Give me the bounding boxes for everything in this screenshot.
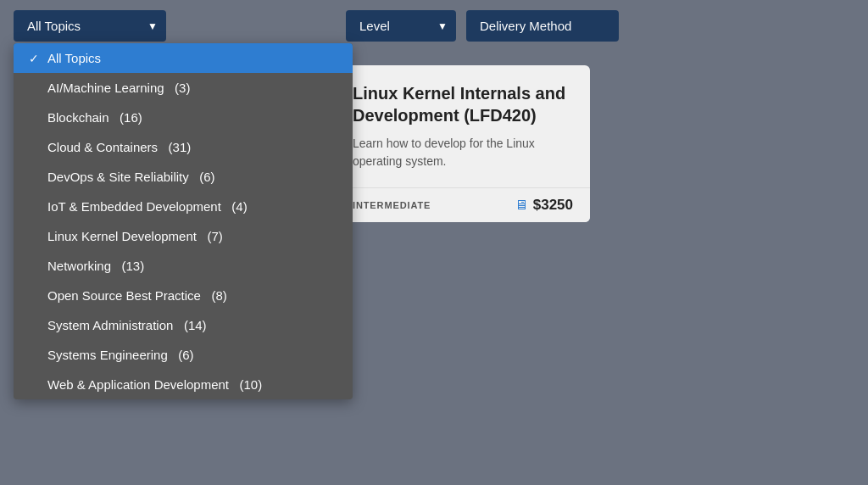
delivery-icon: 🖥 <box>515 198 528 213</box>
dropdown-item-systems-eng[interactable]: Systems Engineering (6) <box>14 340 353 370</box>
level-label: Level <box>359 19 390 33</box>
dropdown-item-all-topics[interactable]: ✓ All Topics <box>14 43 353 73</box>
dropdown-item-open-source[interactable]: Open Source Best Practice (8) <box>14 281 353 310</box>
dropdown-item-label: System Administration (14) <box>47 318 337 332</box>
card-title: Linux Kernel Internals and Development (… <box>353 82 573 126</box>
card-level-badge: INTERMEDIATE <box>353 200 431 210</box>
topics-select-button[interactable]: All Topics ▼ <box>14 10 166 42</box>
delivery-method-button[interactable]: Delivery Method <box>466 10 619 42</box>
dropdown-item-label: Linux Kernel Development (7) <box>47 229 337 243</box>
dropdown-item-label: Web & Application Development (10) <box>47 377 337 392</box>
card-price: $3250 <box>533 197 573 214</box>
dropdown-item-cloud[interactable]: Cloud & Containers (31) <box>14 132 353 162</box>
topics-dropdown-wrapper: All Topics ▼ ✓ All Topics AI/Machine Lea… <box>14 10 166 42</box>
topics-dropdown-menu: ✓ All Topics AI/Machine Learning (3) Blo… <box>14 43 353 399</box>
dropdown-item-networking[interactable]: Networking (13) <box>14 251 353 281</box>
topics-chevron-icon: ▼ <box>147 20 158 32</box>
delivery-method-wrapper: Delivery Method <box>466 10 619 42</box>
dropdown-item-label: AI/Machine Learning (3) <box>47 81 337 95</box>
card-price-area: 🖥 $3250 <box>515 197 573 214</box>
dropdown-item-web-app[interactable]: Web & Application Development (10) <box>14 370 353 399</box>
filter-bar: All Topics ▼ ✓ All Topics AI/Machine Lea… <box>0 0 868 52</box>
dropdown-item-label: Cloud & Containers (31) <box>47 140 337 154</box>
level-select-wrapper: Level ▼ <box>346 10 456 42</box>
card-body: Linux Kernel Internals and Development (… <box>336 65 590 187</box>
dropdown-item-sysadmin[interactable]: System Administration (14) <box>14 310 353 340</box>
dropdown-item-label: Systems Engineering (6) <box>47 348 337 362</box>
dropdown-item-label: Networking (13) <box>47 259 337 273</box>
dropdown-item-linux-kernel[interactable]: Linux Kernel Development (7) <box>14 221 353 251</box>
dropdown-item-label: DevOps & Site Reliability (6) <box>47 170 337 184</box>
topics-label: All Topics <box>27 19 81 33</box>
card-footer: INTERMEDIATE 🖥 $3250 <box>336 187 590 222</box>
delivery-label: Delivery Method <box>480 19 571 33</box>
card-lfd420: Linux Kernel Internals and Development (… <box>336 65 590 222</box>
dropdown-item-iot[interactable]: IoT & Embedded Development (4) <box>14 192 353 221</box>
dropdown-item-devops[interactable]: DevOps & Site Reliability (6) <box>14 162 353 192</box>
checkmark-icon: ✓ <box>29 52 42 65</box>
dropdown-item-label: IoT & Embedded Development (4) <box>47 199 337 214</box>
level-select-button[interactable]: Level <box>346 10 456 42</box>
dropdown-item-label: Open Source Best Practice (8) <box>47 288 337 303</box>
dropdown-item-label: Blockchain (16) <box>47 110 337 125</box>
dropdown-item-blockchain[interactable]: Blockchain (16) <box>14 103 353 132</box>
card-description: Learn how to develop for the Linux opera… <box>353 135 573 170</box>
dropdown-item-ai-ml[interactable]: AI/Machine Learning (3) <box>14 73 353 103</box>
dropdown-item-label: All Topics <box>47 51 337 65</box>
